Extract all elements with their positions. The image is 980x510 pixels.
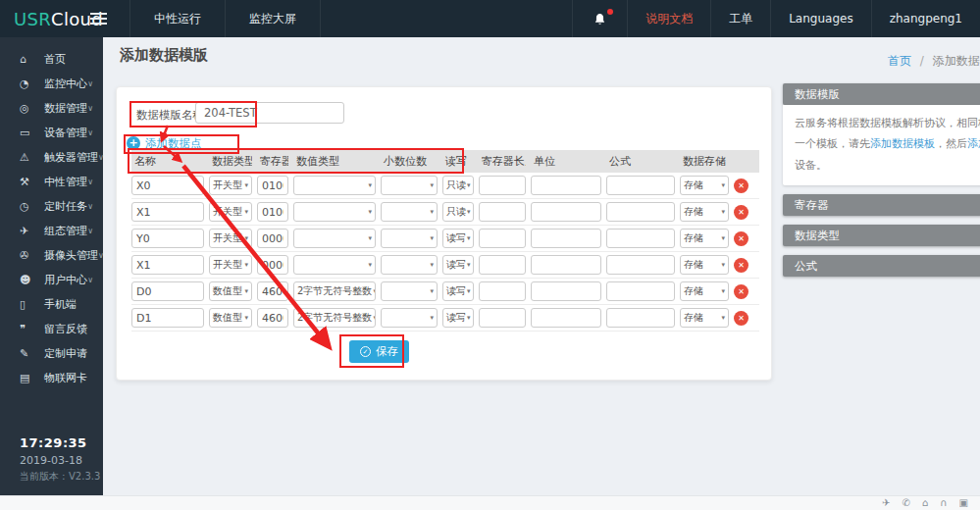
unit-input[interactable] [531,202,601,222]
delete-row-button[interactable]: ✕ [734,231,748,246]
delete-row-button[interactable]: ✕ [734,311,748,326]
delete-row-button[interactable]: ✕ [734,178,748,193]
register-length-input[interactable] [479,202,526,222]
data-type-select[interactable]: 开关型▾ [209,176,252,195]
data-type-select[interactable]: 数值型▾ [209,281,252,301]
sidebar-item[interactable]: ▤物联网卡 [0,366,103,390]
data-type-select[interactable]: 开关型▾ [209,255,252,275]
storage-select[interactable]: 存储▾ [680,229,729,248]
building-icon[interactable]: ⌂ [922,498,928,508]
storage-select[interactable]: 存储▾ [680,308,729,328]
point-name-input[interactable] [131,176,204,195]
delete-row-button[interactable]: ✕ [734,258,748,273]
data-type-select[interactable]: 数值型▾ [209,308,252,328]
register-input[interactable] [257,308,288,328]
menu-toggle-icon[interactable] [90,0,124,37]
unit-input[interactable] [531,255,601,275]
decimals-select[interactable]: ▾ [381,176,438,195]
help-inline-link[interactable]: 添加数据模板 [870,137,935,150]
user-menu[interactable]: zhangpeng1 [871,0,980,37]
sidebar-item[interactable]: ✇摄像头管理∨ [0,243,103,268]
register-length-input[interactable] [479,176,526,195]
delete-row-button[interactable]: ✕ [734,284,748,299]
read-write-select[interactable]: 读写▾ [442,308,474,328]
delete-row-button[interactable]: ✕ [734,205,748,220]
headset-icon[interactable]: ∩ [940,498,947,508]
sidebar-item[interactable]: ☻用户中心∨ [0,268,103,292]
sidebar-item[interactable]: ◷定时任务∨ [0,194,103,219]
help-section-header[interactable]: 寄存器 [783,194,980,216]
point-name-input[interactable] [131,255,204,275]
unit-input[interactable] [531,308,601,328]
unit-input[interactable] [531,229,601,248]
value-type-select[interactable]: 2字节无符号整数▾ [293,308,376,328]
help-section-header[interactable]: 数据模版 [783,83,980,105]
storage-select[interactable]: 存储▾ [680,255,729,275]
docs-link[interactable]: 说明文档 [627,0,710,37]
unit-input[interactable] [531,281,601,301]
sidebar-item[interactable]: ❞留言反馈 [0,317,103,341]
sidebar-item[interactable]: ⚠触发器管理∨ [0,145,103,170]
notifications-button[interactable] [572,0,627,37]
point-name-input[interactable] [131,281,204,301]
read-write-select[interactable]: 读写▾ [442,229,474,248]
point-name-input[interactable] [131,308,204,328]
value-type-select[interactable]: ▾ [293,255,376,275]
formula-input[interactable] [606,308,675,328]
decimals-select[interactable]: ▾ [381,308,438,328]
decimals-select[interactable]: ▾ [381,202,438,222]
monitor-icon[interactable]: ▣ [959,498,968,508]
storage-select[interactable]: 存储▾ [680,281,729,301]
formula-input[interactable] [606,176,675,195]
formula-input[interactable] [606,281,675,301]
formula-input[interactable] [606,202,675,222]
sidebar-item[interactable]: ◔监控中心∨ [0,72,103,96]
register-length-input[interactable] [479,308,526,328]
register-input[interactable] [257,229,288,248]
register-input[interactable] [257,202,288,222]
formula-input[interactable] [606,229,675,248]
storage-select[interactable]: 存储▾ [680,202,729,222]
value-type-select[interactable]: 2字节无符号整数▾ [293,281,376,301]
sidebar-item[interactable]: ▭设备管理∨ [0,121,103,145]
help-inline-link[interactable]: 添加数据点 [967,137,980,150]
decimals-select[interactable]: ▾ [381,255,438,275]
sidebar-item[interactable]: ✎定制申请 [0,341,103,366]
value-type-select[interactable]: ▾ [293,176,376,195]
languages-menu[interactable]: Languages [770,0,870,37]
nav-menu-item[interactable]: 中性运行 [129,0,225,37]
phone-icon[interactable]: ✆ [902,498,909,508]
point-name-input[interactable] [131,229,204,248]
work-order-link[interactable]: 工单 [710,0,770,37]
point-name-input[interactable] [131,202,204,222]
template-name-input[interactable] [195,102,344,124]
help-section-header[interactable]: 数据类型 [783,225,980,246]
breadcrumb-home-link[interactable]: 首页 [888,54,911,68]
register-length-input[interactable] [479,281,526,301]
value-type-select[interactable]: ▾ [293,202,376,222]
read-write-select[interactable]: 只读▾ [442,176,474,195]
register-input[interactable] [257,176,288,195]
register-input[interactable] [257,255,288,275]
read-write-select[interactable]: 读写▾ [442,255,474,275]
nav-menu-item[interactable]: 监控大屏 [225,0,321,37]
sidebar-item[interactable]: ▯手机端 [0,292,103,317]
decimals-select[interactable]: ▾ [381,229,438,248]
unit-input[interactable] [531,176,601,195]
sidebar-item[interactable]: ⚒中性管理∨ [0,170,103,194]
register-length-input[interactable] [479,255,526,275]
formula-input[interactable] [606,255,675,275]
data-type-select[interactable]: 开关型▾ [209,202,252,222]
decimals-select[interactable]: ▾ [381,281,438,301]
help-section-header[interactable]: 公式 [783,255,980,277]
storage-select[interactable]: 存储▾ [680,176,729,195]
read-write-select[interactable]: 只读▾ [442,202,474,222]
send-icon[interactable]: ✈ [882,498,890,508]
register-length-input[interactable] [479,229,526,248]
data-type-select[interactable]: 开关型▾ [209,229,252,248]
app-logo[interactable]: USRCloud [0,0,90,37]
register-input[interactable] [257,281,288,301]
save-button[interactable]: ✓ 保存 [349,340,409,363]
read-write-select[interactable]: 读写▾ [442,281,474,301]
sidebar-item[interactable]: ◎数据管理∨ [0,96,103,121]
